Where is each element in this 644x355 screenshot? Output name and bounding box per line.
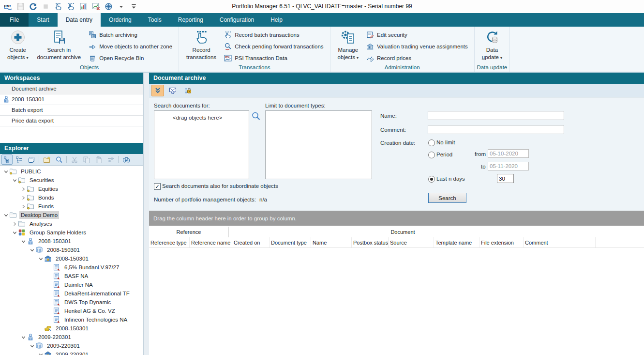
record-transactions-button[interactable] [53,2,63,12]
column-header-created-on[interactable]: Created on [232,237,270,247]
tree-item[interactable]: 2009-220301 [0,341,143,350]
create-objects-button[interactable]: Createobjects▾ [3,28,32,61]
comment-input[interactable] [428,125,564,134]
tree-item[interactable]: 2008-150301 [0,237,143,246]
workspace-item-price-data-export[interactable]: Price data export [0,116,143,126]
period-radio[interactable] [428,152,435,158]
customize-toolbar-button[interactable] [129,2,138,12]
chevron-right-icon[interactable] [20,203,27,209]
list-view-button[interactable] [14,154,25,165]
search-objects-listbox[interactable]: <drag objects here> [154,110,249,179]
chevron-down-icon[interactable] [29,247,35,253]
valuation-trading-venue-assignments-button[interactable]: Valuation trading venue assignments [363,41,471,52]
tree-item[interactable]: Bonds [0,193,143,202]
psi-transaction-data-button[interactable]: PSIPSI Transaction Data [221,52,327,64]
from-date-input[interactable] [488,149,529,158]
column-header-name[interactable]: Name [311,237,352,247]
column-header-document-type[interactable]: Document type [270,237,311,247]
record-prices-button[interactable]: Record prices [363,52,471,64]
refresh-button[interactable] [28,2,38,12]
tree-item[interactable]: 6,5% Bundanl.V.97/27 [0,263,143,272]
tab-file[interactable]: File [0,13,29,27]
tab-configuration[interactable]: Configuration [211,13,262,27]
report-button[interactable] [78,2,88,12]
new-folder-button[interactable] [41,154,52,165]
table-band-document[interactable]: Document [229,227,577,237]
tab-help[interactable]: Help [262,13,291,27]
tree-item[interactable]: PUBLIC [0,167,143,176]
web-button[interactable] [104,2,113,12]
batch-archiving-button[interactable]: Batch archiving [85,29,176,41]
chart-export-button[interactable] [91,2,101,12]
tree-item[interactable]: Equities [0,185,143,193]
search-objects-icon[interactable] [251,111,261,121]
expand-search-panel-button[interactable] [151,85,164,96]
tree-item[interactable]: 2009-220301 [0,333,143,341]
chevron-down-icon[interactable] [38,352,44,355]
app-logo[interactable]: pm [3,2,13,12]
to-date-input[interactable] [488,162,529,170]
tree-item[interactable]: 2009-220301 [0,350,143,355]
column-header-comment[interactable]: Comment [524,237,596,247]
chevron-down-icon[interactable] [3,212,9,218]
chevron-down-icon[interactable] [12,230,18,235]
column-header-postbox-status[interactable]: Postbox status [352,237,389,247]
find-button[interactable] [120,154,132,165]
cut-button[interactable] [69,154,80,165]
check-pending-forward-transactions-button[interactable]: Check pending forward transactions [221,41,327,52]
paste-button[interactable] [93,154,104,165]
tab-tools[interactable]: Tools [140,13,170,27]
tab-start[interactable]: Start [29,13,57,27]
save-button[interactable] [15,2,25,12]
tree-item[interactable]: DekaRent-international TF [0,289,143,298]
tree-item[interactable]: BASF NA [0,272,143,280]
tab-reporting[interactable]: Reporting [170,13,211,27]
no-limit-radio[interactable] [428,139,435,146]
column-header-reference-name[interactable]: Reference name [190,237,232,247]
record-batch-transactions-button[interactable]: Record batch transactions [221,29,327,41]
workspace-item-2008-150301[interactable]: 2008-150301 [0,94,143,105]
record-batch-transactions-button[interactable] [66,2,75,12]
tree-item[interactable]: Funds [0,202,143,211]
column-header-source[interactable]: Source [389,237,434,247]
search-button[interactable]: Search [428,193,466,203]
panel-splitter[interactable] [144,73,149,355]
lock-refresh-button[interactable] [181,85,194,96]
tab-data-entry[interactable]: Data entry [58,13,101,27]
chevron-down-icon[interactable] [3,169,9,174]
open-recycle-bin-button[interactable]: Open Recycle Bin [85,52,176,64]
tree-item[interactable]: Securities [0,176,143,185]
tree-item[interactable]: 2008-150301 [0,246,143,254]
move-objects-button[interactable]: Move objects to another zone [85,41,176,52]
search-in-document-archive-button[interactable]: Search indocument archive [32,28,85,61]
tab-ordering[interactable]: Ordering [101,13,140,27]
tree-item[interactable]: Group Sample Holders [0,228,143,237]
chevron-down-icon[interactable] [20,334,27,340]
table-band-reference[interactable]: Reference [149,227,229,237]
tree-item[interactable]: 2008-150301 [0,324,143,333]
data-update-button[interactable]: Dataupdate▾ [478,28,507,61]
cards-view-button[interactable] [26,154,37,165]
last-n-days-input[interactable] [497,174,514,183]
edit-security-button[interactable]: Edit security [363,29,471,41]
chevron-down-icon[interactable] [12,177,18,183]
name-input[interactable] [428,111,564,120]
tree-item[interactable]: Henkel AG & Co. VZ [0,307,143,315]
tree-item[interactable]: Daimler NA [0,280,143,289]
tree-item[interactable]: Infineon Technologies NA [0,315,143,324]
search-button[interactable] [53,154,64,165]
chevron-right-icon[interactable] [20,186,27,192]
filter-settings-button[interactable] [105,154,116,165]
record-transactions-button[interactable]: Recordtransactions [182,28,221,61]
column-header-file-extension[interactable]: File extension [479,237,524,247]
document-types-listbox[interactable] [265,110,372,179]
chevron-right-icon[interactable] [20,195,27,201]
copy-button[interactable] [81,154,92,165]
tree-item[interactable]: Analyses [0,219,143,228]
tree-item[interactable]: Desktop Demo [0,211,143,219]
workspace-item-document-archive[interactable]: Document archive [0,84,143,94]
send-to-postbox-button[interactable] [166,85,179,96]
chevron-right-icon[interactable] [12,221,18,227]
workspace-item-batch-export[interactable]: Batch export [0,105,143,116]
last-n-days-radio[interactable] [428,176,435,183]
